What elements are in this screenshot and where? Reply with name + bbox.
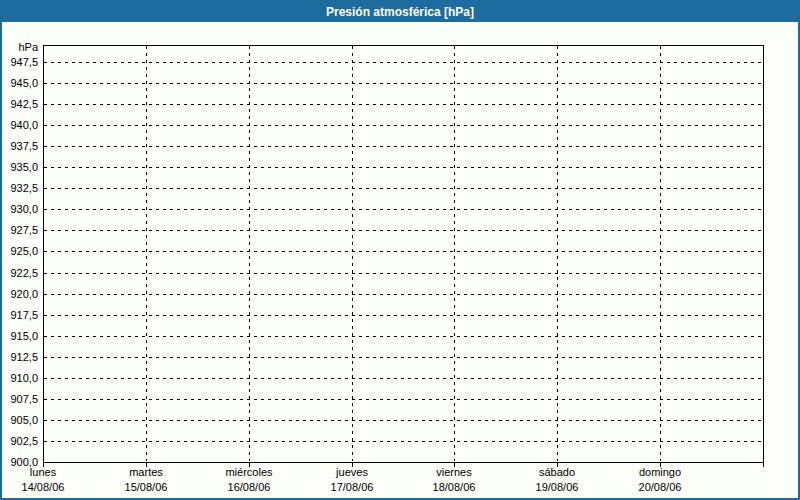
h-gridline [44, 294, 762, 295]
y-tick-label: 912,5 [2, 350, 38, 364]
x-tick-date: 15/08/06 [94, 480, 198, 495]
v-gridline [660, 46, 661, 461]
h-gridline [44, 251, 762, 252]
x-tick-date: 14/08/06 [0, 480, 95, 495]
x-tick-day: domingo [608, 465, 712, 480]
y-tick-label: 922,5 [2, 266, 38, 280]
y-tick-label: 910,0 [2, 371, 38, 385]
y-tick-label: 907,5 [2, 392, 38, 406]
y-tick-label: 932,5 [2, 181, 38, 195]
plot-area [43, 45, 764, 463]
y-tick-label: 945,0 [2, 76, 38, 90]
y-tick-label: 935,0 [2, 160, 38, 174]
chart-title: Presión atmosférica [hPa] [326, 5, 474, 19]
x-tick-date: 20/08/06 [608, 480, 712, 495]
x-tick-date: 19/08/06 [505, 480, 609, 495]
x-tick-label: viernes18/08/06 [402, 465, 506, 495]
v-gridline [557, 46, 558, 461]
x-tick-label: domingo20/08/06 [608, 465, 712, 495]
h-gridline [44, 125, 762, 126]
y-axis-unit-label: hPa [2, 40, 38, 54]
x-tick-day: miércoles [197, 465, 301, 480]
h-gridline [44, 273, 762, 274]
h-gridline [44, 209, 762, 210]
y-tick-label: 927,5 [2, 223, 38, 237]
h-gridline [44, 336, 762, 337]
y-tick-label: 902,5 [2, 434, 38, 448]
h-gridline [44, 188, 762, 189]
h-gridline [44, 357, 762, 358]
x-tick-label: jueves17/08/06 [300, 465, 404, 495]
y-tick-label: 905,0 [2, 413, 38, 427]
h-gridline [44, 441, 762, 442]
x-tick-date: 16/08/06 [197, 480, 301, 495]
x-tick-label: martes15/08/06 [94, 465, 198, 495]
y-tick-label: 920,0 [2, 287, 38, 301]
y-tick-label: 930,0 [2, 202, 38, 216]
x-tick-label: lunes14/08/06 [0, 465, 95, 495]
x-tick-label: sábado19/08/06 [505, 465, 609, 495]
v-gridline [454, 46, 455, 461]
x-tick-label: miércoles16/08/06 [197, 465, 301, 495]
x-tick-day: lunes [0, 465, 95, 480]
h-gridline [44, 104, 762, 105]
title-bar: Presión atmosférica [hPa] [2, 2, 798, 22]
h-gridline [44, 420, 762, 421]
y-tick-label: 940,0 [2, 118, 38, 132]
v-gridline [146, 46, 147, 461]
h-gridline [44, 230, 762, 231]
y-tick-label: 942,5 [2, 97, 38, 111]
h-gridline [44, 83, 762, 84]
x-tick-date: 18/08/06 [402, 480, 506, 495]
y-tick-label: 925,0 [2, 244, 38, 258]
v-gridline [249, 46, 250, 461]
x-tick-day: viernes [402, 465, 506, 480]
y-tick-label: 917,5 [2, 308, 38, 322]
h-gridline [44, 315, 762, 316]
y-tick-label: 915,0 [2, 329, 38, 343]
x-tick-day: martes [94, 465, 198, 480]
h-gridline [44, 146, 762, 147]
y-tick-label: 937,5 [2, 139, 38, 153]
x-tick-date: 17/08/06 [300, 480, 404, 495]
v-gridline [352, 46, 353, 461]
y-tick-label: 947,5 [2, 55, 38, 69]
chart-window: Presión atmosférica [hPa] hPa 947,5945,0… [0, 0, 800, 500]
x-tick-day: sábado [505, 465, 609, 480]
h-gridline [44, 378, 762, 379]
x-tick-mark [763, 462, 764, 467]
h-gridline [44, 62, 762, 63]
h-gridline [44, 399, 762, 400]
h-gridline [44, 167, 762, 168]
x-tick-day: jueves [300, 465, 404, 480]
